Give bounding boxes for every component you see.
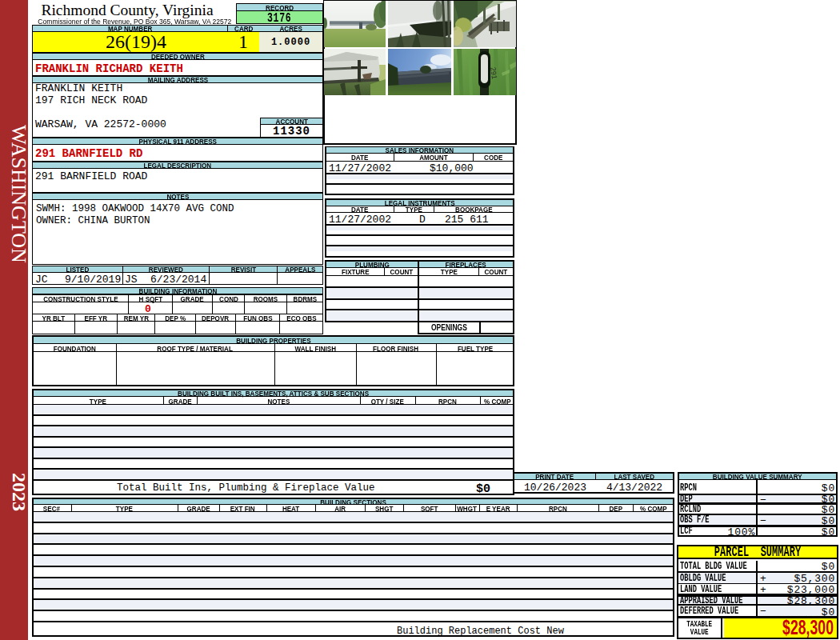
svg-text:291: 291 <box>489 66 498 79</box>
